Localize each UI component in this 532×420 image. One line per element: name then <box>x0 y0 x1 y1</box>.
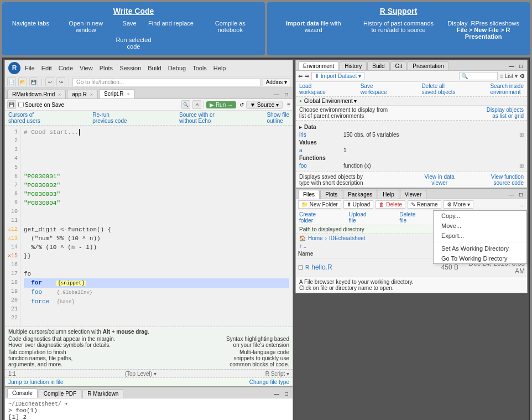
tab-plots[interactable]: Plots <box>320 190 342 199</box>
env-section-values: Values <box>299 138 524 147</box>
wc-item-find-replace: Find and replace <box>148 20 194 33</box>
breadcrumb-idecheatsheet[interactable]: IDEcheatsheet <box>329 235 366 241</box>
pane-max-btn[interactable]: □ <box>283 90 290 98</box>
files-min-btn[interactable]: — <box>507 190 517 199</box>
rs-item-display: Display .RPres slideshowsFile > New File… <box>447 20 519 40</box>
console-max-btn[interactable]: □ <box>283 390 290 398</box>
env-max-btn[interactable]: □ <box>517 62 525 70</box>
tab-packages[interactable]: Packages <box>343 190 377 199</box>
file-name-hello[interactable]: hello.R <box>311 263 425 271</box>
code-line-1: # Good start... <box>24 128 289 137</box>
toolbar-new-icon[interactable]: 📄 <box>7 77 16 86</box>
files-scroll-right[interactable]: ... <box>520 201 525 208</box>
ctx-copy[interactable]: Copy... <box>434 211 526 221</box>
tab-app[interactable]: app.R × <box>67 90 98 98</box>
menu-edit[interactable]: Edit <box>40 64 53 72</box>
tab-viewer[interactable]: Viewer <box>400 190 426 199</box>
tab-r-markdown[interactable]: R Markdown <box>82 389 123 398</box>
code-line-15: }} <box>24 252 289 261</box>
ctx-export[interactable]: Export... <box>434 231 526 241</box>
file-checkbox[interactable]: ☐ <box>298 265 303 271</box>
code-line-3 <box>24 146 289 154</box>
menu-session[interactable]: Session <box>118 64 142 72</box>
ln-11: 11 <box>7 216 18 225</box>
env-search-input[interactable] <box>459 72 498 80</box>
tab-presentation[interactable]: Presentation <box>408 61 448 70</box>
import-dataset-btn[interactable]: ⬇ Import Dataset ▾ <box>311 72 364 80</box>
env-list-btn[interactable]: ≡ List ▾ <box>500 73 518 79</box>
ln-5: 5 <box>7 163 18 172</box>
toolbar-open-icon[interactable]: 📂 <box>18 77 27 86</box>
run-button[interactable]: ▶ Run → <box>206 101 236 108</box>
menu-code[interactable]: Code <box>58 64 74 72</box>
editor-save-icon[interactable]: 💾 <box>7 100 16 109</box>
rerun-icon[interactable]: ↺ <box>239 102 244 108</box>
code-line-9: "P0030004" <box>24 199 289 208</box>
lint-icon[interactable]: ⚠ <box>192 100 201 109</box>
upload-btn[interactable]: ⬆ Upload <box>343 200 373 209</box>
code-content[interactable]: # Good start... "P0030001" "P0030002" "P… <box>20 126 293 326</box>
menu-plots[interactable]: Plots <box>98 64 114 72</box>
tab-rmarkdown[interactable]: RMarkdown.Rmd × <box>7 90 66 98</box>
env-section-data: ▸ Data <box>299 123 524 131</box>
menu-tools[interactable]: Tools <box>191 64 208 72</box>
env-table: ▸ Data iris 150 obs. of 5 variables ⊞ Va… <box>296 121 527 172</box>
ctx-set-working-dir[interactable]: Set As Working Directory <box>434 243 526 253</box>
ann-create-folder: Createfolder <box>299 211 316 224</box>
pane-min-btn[interactable]: — <box>272 90 281 98</box>
source-button[interactable]: ▼ Source ▾ <box>246 101 283 109</box>
menu-debug[interactable]: Debug <box>167 64 187 72</box>
more-btn[interactable]: ⚙ More ▾ <box>444 200 473 209</box>
tab-script[interactable]: Script.R × <box>99 89 135 98</box>
wc-item-new-window: Open in new window <box>61 20 111 33</box>
console-min-btn[interactable]: — <box>272 390 281 398</box>
tab-files[interactable]: Files <box>298 190 320 199</box>
rename-btn[interactable]: ✎ Rename <box>408 200 441 209</box>
new-folder-btn[interactable]: 📁 New Folder <box>298 200 341 209</box>
env-nav-fwd[interactable]: ➡ <box>305 73 309 79</box>
tab-help[interactable]: Help <box>378 190 399 199</box>
ln-20: 20 <box>7 296 18 305</box>
addr-bar[interactable]: Go to file/function... <box>72 78 260 86</box>
search-icon[interactable]: 🔍 <box>181 100 190 109</box>
wc-item-run: Run selected code <box>109 37 159 50</box>
outline-btn[interactable]: ≡ <box>287 102 290 108</box>
ln-6: 6 <box>7 172 18 181</box>
code-line-16 <box>24 261 289 269</box>
env-min-btn[interactable]: — <box>507 62 517 70</box>
ann-displays-saved: Displays saved objects bytype with short… <box>299 174 411 186</box>
env-gear-icon[interactable]: ⚙ <box>520 73 525 79</box>
env-nav-back[interactable]: ⬅ <box>298 73 302 79</box>
env-row-iris[interactable]: iris 150 obs. of 5 variables ⊞ <box>299 131 524 138</box>
env-iris-table-icon[interactable]: ⊞ <box>519 132 524 138</box>
tab-history[interactable]: History <box>340 61 367 70</box>
back-arrow[interactable]: ↑ .. <box>299 243 306 249</box>
toolbar-undo-icon[interactable]: ↩ <box>45 77 54 86</box>
source-on-save-label[interactable]: Source on Save <box>18 102 64 108</box>
addins-btn[interactable]: Addins ▾ <box>263 78 290 86</box>
menu-view[interactable]: View <box>79 64 94 72</box>
menu-build[interactable]: Build <box>147 64 162 72</box>
source-on-save-checkbox[interactable] <box>18 102 24 107</box>
toolbar-redo-icon[interactable]: ↪ <box>56 77 65 86</box>
env-row-foo[interactable]: foo function (x) ⊞ <box>299 162 524 169</box>
ctx-move[interactable]: Move... <box>434 221 526 231</box>
toolbar-save-icon[interactable]: 💾 <box>29 77 38 86</box>
tab-build[interactable]: Build <box>367 61 389 70</box>
global-env-dropdown[interactable]: Global Environment ▾ <box>304 98 357 104</box>
files-max-btn[interactable]: □ <box>517 190 525 199</box>
ide-topbar: R File Edit Code View Plots Session Buil… <box>5 60 293 76</box>
tab-console[interactable]: Console <box>7 388 38 398</box>
tab-git[interactable]: Git <box>390 61 408 70</box>
env-foo-icon[interactable]: ⊞ <box>519 163 524 169</box>
home-icon[interactable]: 🏠 <box>299 235 306 241</box>
ctx-go-working-dir[interactable]: Go To Working Directory <box>434 253 526 263</box>
tab-environment[interactable]: Environment <box>298 61 339 70</box>
delete-btn[interactable]: 🗑 Delete <box>375 200 405 209</box>
code-line-5 <box>24 163 289 172</box>
menu-file[interactable]: File <box>24 64 36 72</box>
tab-compile-pdf[interactable]: Compile PDF <box>39 389 81 398</box>
console-path: ~/IDEcheatsheet/ ▾ <box>8 401 68 407</box>
console-prompt-1: > foo(1) <box>8 407 38 414</box>
menu-help[interactable]: Help <box>212 64 227 72</box>
